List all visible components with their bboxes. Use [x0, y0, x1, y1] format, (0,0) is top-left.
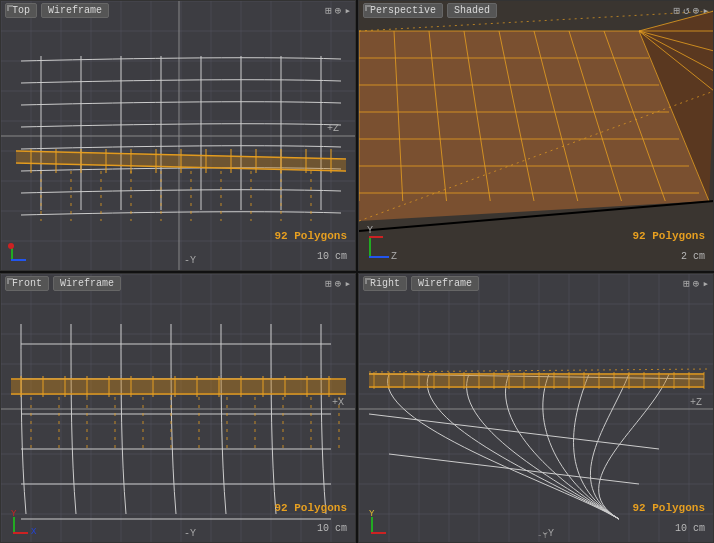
viewport-grid: Top Wireframe ⊞ ⊕ ▸ 92 Polygons 10 cm Pe… [0, 0, 714, 543]
arrow-icon[interactable]: ▸ [344, 4, 351, 17]
viewport-top-header: Top Wireframe ⊞ ⊕ ▸ [5, 3, 351, 18]
viewport-top-scale: 10 cm [317, 251, 347, 262]
grid-icon-r[interactable]: ⊞ [683, 277, 690, 290]
corner-marker-right [365, 278, 371, 284]
corner-marker-perspective [365, 5, 371, 11]
viewport-perspective-poly-count: 92 Polygons [632, 230, 705, 242]
viewport-front-icons: ⊞ ⊕ ▸ [325, 277, 351, 290]
grid-icon-p[interactable]: ⊞ [674, 4, 681, 17]
viewport-front-scale: 10 cm [317, 523, 347, 534]
viewport-right-scale: 10 cm [675, 523, 705, 534]
viewport-right-poly-count: 92 Polygons [632, 502, 705, 514]
arrow-icon-f[interactable]: ▸ [344, 277, 351, 290]
viewport-perspective-icons: ⊞ ↺ ⊕ ▸ [674, 4, 710, 17]
viewport-right-mode[interactable]: Wireframe [411, 276, 479, 291]
viewport-right-icons: ⊞ ⊕ ▸ [683, 277, 709, 290]
grid-icon-f[interactable]: ⊞ [325, 277, 332, 290]
viewport-right-header: Right Wireframe ⊞ ⊕ ▸ [363, 276, 709, 291]
zoom-icon-p[interactable]: ⊕ [693, 4, 700, 17]
viewport-perspective[interactable]: Perspective Shaded ⊞ ↺ ⊕ ▸ 92 Polygons 2… [358, 0, 714, 271]
viewport-top[interactable]: Top Wireframe ⊞ ⊕ ▸ 92 Polygons 10 cm [0, 0, 356, 271]
viewport-perspective-scale: 2 cm [681, 251, 705, 262]
viewport-top-mode[interactable]: Wireframe [41, 3, 109, 18]
viewport-front-header: Front Wireframe ⊞ ⊕ ▸ [5, 276, 351, 291]
viewport-top-icons: ⊞ ⊕ ▸ [325, 4, 351, 17]
grid-icon[interactable]: ⊞ [325, 4, 332, 17]
zoom-icon-f[interactable]: ⊕ [335, 277, 342, 290]
viewport-front-poly-count: 92 Polygons [274, 502, 347, 514]
viewport-perspective-header: Perspective Shaded ⊞ ↺ ⊕ ▸ [363, 3, 709, 18]
viewport-front-mode[interactable]: Wireframe [53, 276, 121, 291]
corner-marker-top [7, 5, 13, 11]
zoom-icon[interactable]: ⊕ [335, 4, 342, 17]
zoom-icon-r[interactable]: ⊕ [693, 277, 700, 290]
viewport-perspective-mode[interactable]: Shaded [447, 3, 497, 18]
viewport-right[interactable]: Right Wireframe ⊞ ⊕ ▸ 92 Polygons 10 cm [358, 273, 714, 544]
arrow-icon-p[interactable]: ▸ [702, 4, 709, 17]
viewport-front[interactable]: Front Wireframe ⊞ ⊕ ▸ 92 Polygons 10 cm [0, 273, 356, 544]
arrow-icon-r[interactable]: ▸ [702, 277, 709, 290]
viewport-perspective-label[interactable]: Perspective [363, 3, 443, 18]
viewport-top-poly-count: 92 Polygons [274, 230, 347, 242]
refresh-icon[interactable]: ↺ [683, 4, 690, 17]
corner-marker-front [7, 278, 13, 284]
